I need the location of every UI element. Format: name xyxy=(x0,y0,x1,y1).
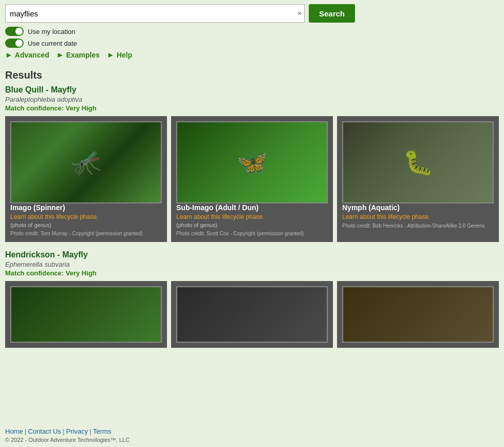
results-section: Results Blue Quill - Mayfly Paraleptophl… xyxy=(0,64,504,348)
clear-button[interactable]: × xyxy=(297,10,302,17)
examples-arrow-icon: ► xyxy=(57,50,64,59)
results-heading: Results xyxy=(5,69,499,81)
photo-grid-0: Imago (Spinner) Learn about this lifecyc… xyxy=(5,116,499,242)
examples-link[interactable]: ► Examples xyxy=(57,50,100,59)
lifecycle-link-0-1[interactable]: Learn about this lifecycle phase. xyxy=(176,213,328,220)
date-toggle-row: Use current date xyxy=(5,39,499,48)
card-credit-0-2: Photo credit: Bob Henricks - Attribution… xyxy=(342,222,494,229)
help-link[interactable]: ► Help xyxy=(107,50,132,59)
photo-card-0-0: Imago (Spinner) Learn about this lifecyc… xyxy=(5,116,167,242)
advanced-label[interactable]: Advanced xyxy=(15,51,49,59)
lifecycle-link-0-0[interactable]: Learn about this lifecycle phase. xyxy=(10,213,162,220)
card-title-0-2: Nymph (Aquatic) xyxy=(342,203,494,212)
match-confidence-0: Match confidence: Very High xyxy=(5,104,499,112)
search-button[interactable]: Search xyxy=(309,4,355,23)
card-credit-0-1: Photo credit: Scott Cox - Copyright (per… xyxy=(176,230,328,237)
location-toggle[interactable] xyxy=(5,27,24,36)
photo-grid-1 xyxy=(5,281,499,348)
species-latin-0: Paraleptophlebia adoptiva xyxy=(5,96,499,103)
photo-image-1-1 xyxy=(176,286,328,343)
photo-card-0-2: Nymph (Aquatic) Learn about this lifecyc… xyxy=(337,116,499,242)
footer-privacy-link[interactable]: Privacy xyxy=(66,427,88,435)
species-name-0: Blue Quill - Mayfly xyxy=(5,85,499,95)
photo-image-1-0 xyxy=(10,286,162,343)
photo-card-1-2 xyxy=(337,281,499,348)
photo-image-0-0 xyxy=(10,121,162,203)
photo-card-0-1: ❂ Sub-Imago (Adult / Dun) Learn about th… xyxy=(171,116,333,242)
photo-card-1-0 xyxy=(5,281,167,348)
footer-contact-link[interactable]: Contact Us xyxy=(28,427,61,435)
species-latin-1: Ephemerella subvaria xyxy=(5,260,499,268)
help-label[interactable]: Help xyxy=(117,51,132,59)
photo-image-0-1 xyxy=(176,121,328,203)
help-arrow-icon: ► xyxy=(107,50,115,59)
search-input-wrapper: mayflies × xyxy=(5,4,305,23)
date-toggle[interactable] xyxy=(5,39,24,48)
footer-home-link[interactable]: Home xyxy=(5,427,23,435)
footer: Home | Contact Us | Privacy | Terms © 20… xyxy=(0,422,504,447)
search-input[interactable]: mayflies xyxy=(5,4,305,23)
search-row: mayflies × Search xyxy=(5,4,499,23)
search-area: mayflies × Search Use my location Use cu… xyxy=(0,0,504,64)
location-toggle-row: Use my location xyxy=(5,27,499,36)
footer-copyright: © 2022 - Outdoor Adventure Technologies™… xyxy=(5,437,499,443)
card-credit-0-0: Photo credit: Tom Murray - Copyright (pe… xyxy=(10,230,162,237)
photo-image-1-2 xyxy=(342,286,494,343)
location-toggle-label: Use my location xyxy=(28,28,75,35)
species-block-1: Hendrickson - Mayfly Ephemerella subvari… xyxy=(5,250,499,348)
advanced-arrow-icon: ► xyxy=(5,50,13,59)
match-confidence-1: Match confidence: Very High xyxy=(5,269,499,277)
examples-label[interactable]: Examples xyxy=(66,51,100,59)
lifecycle-link-0-2[interactable]: Learn about this lifecycle phase. xyxy=(342,213,494,220)
card-sub-0-1: (photo of genus) xyxy=(176,222,328,228)
card-title-0-0: Imago (Spinner) xyxy=(10,203,162,212)
card-sub-0-0: (photo of genus) xyxy=(10,222,162,228)
nav-links: ► Advanced ► Examples ► Help xyxy=(5,50,499,59)
species-name-1: Hendrickson - Mayfly xyxy=(5,250,499,259)
species-block-0: Blue Quill - Mayfly Paraleptophlebia ado… xyxy=(5,85,499,242)
photo-image-0-2 xyxy=(342,121,494,203)
date-toggle-label: Use current date xyxy=(28,40,77,47)
photo-card-1-1 xyxy=(171,281,333,348)
advanced-link[interactable]: ► Advanced xyxy=(5,50,49,59)
footer-links: Home | Contact Us | Privacy | Terms xyxy=(5,427,499,435)
footer-terms-link[interactable]: Terms xyxy=(93,427,111,435)
card-title-0-1: Sub-Imago (Adult / Dun) xyxy=(176,203,328,212)
